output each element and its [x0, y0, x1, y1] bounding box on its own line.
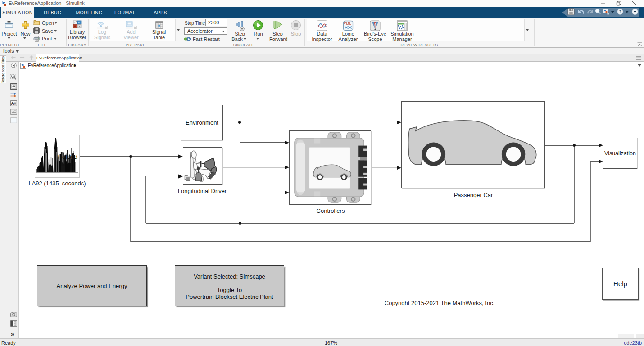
forward-icon[interactable] [20, 56, 25, 60]
dropdown-arrow-icon[interactable] [244, 38, 246, 40]
qat-redo-icon[interactable] [587, 8, 594, 15]
minimize-button[interactable] [597, 0, 610, 7]
dropdown-arrow-icon[interactable] [8, 37, 10, 39]
block-variant-toggle[interactable]: Variant Selected: Simscape Toggle To Pow… [175, 265, 284, 306]
document-tab[interactable]: EvReferenceApplication [36, 54, 79, 62]
breadcrumb-dropdown-icon[interactable] [638, 64, 642, 67]
prepare-gallery-expand-icon[interactable] [177, 29, 180, 31]
label-passenger-car[interactable]: Passenger Car [454, 192, 493, 198]
document-tab-bar: EvReferenceApplication [6, 54, 644, 62]
group-divider [534, 19, 535, 46]
tools-dropdown-icon[interactable] [16, 50, 19, 53]
svg-text:A: A [11, 101, 14, 106]
block-help[interactable]: Help [602, 268, 639, 300]
svg-text:?: ? [619, 9, 621, 14]
up-icon[interactable] [29, 55, 34, 60]
group-label-review: REVIEW RESULTS [304, 43, 534, 47]
image-icon[interactable] [10, 109, 17, 115]
dropdown-arrow-icon[interactable] [23, 37, 26, 39]
block-longitudinal-driver[interactable] [183, 147, 222, 185]
variant-badge-icon [185, 175, 190, 180]
label-longitudinal-driver[interactable]: Longitudinal Driver [178, 188, 227, 194]
dropdown-arrow-icon[interactable] [54, 30, 57, 32]
block-drive-cycle[interactable]: RefSpd [35, 135, 79, 177]
simulation-mode-select[interactable]: Accelerator [184, 27, 227, 35]
qat-search-icon[interactable] [594, 8, 602, 15]
label-drive-cycle[interactable]: LA92 (1435 seconds) [28, 180, 86, 187]
dropdown-arrow-icon[interactable] [54, 22, 57, 24]
route-signals-icon[interactable] [10, 92, 17, 98]
qat-customize-icon[interactable] [631, 8, 639, 15]
simulation-manager-icon [397, 20, 408, 31]
tab-simulation[interactable]: SIMULATION [1, 7, 34, 18]
library-browser-icon [73, 20, 82, 28]
ribbon: Project PROJECT New Open Save [0, 18, 644, 48]
review-gallery-expand-icon[interactable] [526, 29, 529, 31]
group-label-simulate: SIMULATE [183, 43, 304, 47]
window-title: EvReferenceApplication - Simulink [9, 0, 85, 6]
status-solver[interactable]: ode23tb [624, 340, 642, 346]
qat-help-icon[interactable]: ? [617, 8, 624, 15]
new-icon [21, 21, 30, 29]
annotation-icon[interactable]: A [10, 100, 17, 106]
gallery-divider [524, 19, 525, 41]
passenger-car-icon [402, 102, 544, 188]
status-ready: Ready [1, 340, 16, 346]
branch-dot [129, 155, 132, 158]
tab-apps[interactable]: APPS [142, 7, 178, 18]
tab-modeling[interactable]: MODELING [71, 7, 107, 18]
stop-time-input[interactable]: 2300 [205, 19, 227, 26]
qat-model-settings-icon[interactable] [603, 8, 610, 15]
block-environment[interactable]: Environment [181, 105, 223, 140]
zoom-region-icon[interactable] [10, 74, 17, 81]
stop-time-label: Stop Time [185, 21, 205, 26]
breadcrumb-bar: EvReferenceApplication [19, 62, 644, 69]
project-icon [5, 21, 14, 28]
tab-list-icon[interactable] [636, 56, 642, 60]
area-box-icon[interactable] [10, 117, 17, 123]
save-icon [33, 27, 40, 34]
qat-save-icon[interactable] [567, 8, 575, 15]
block-passenger-car[interactable] [401, 101, 545, 188]
hide-explorer-icon[interactable] [11, 63, 17, 68]
breadcrumb-item[interactable]: EvReferenceApplication [28, 63, 76, 68]
fit-to-view-icon[interactable] [10, 83, 17, 90]
label-controllers[interactable]: Controllers [317, 207, 345, 214]
model-canvas[interactable]: RefSpd LA92 (1435 seconds) Environment [19, 69, 644, 338]
step-forward-icon [272, 20, 284, 31]
simulink-app-icon [1, 0, 7, 6]
group-label-file: FILE [18, 43, 66, 47]
breadcrumb-arrow-icon[interactable] [74, 64, 77, 67]
block-controllers[interactable] [289, 130, 371, 205]
back-icon[interactable] [11, 56, 16, 60]
group-divider [88, 19, 89, 46]
dropdown-arrow-icon[interactable] [54, 38, 57, 40]
status-zoom: 167% [311, 340, 351, 346]
status-bar: Ready 167% ode23tb [0, 338, 644, 346]
open-icon [33, 19, 40, 25]
title-bar: EvReferenceApplication - Simulink [0, 0, 644, 7]
branch-dot [239, 222, 241, 225]
port-arrow-controllers-in3 [285, 191, 289, 195]
dropdown-arrow-icon[interactable] [256, 38, 259, 40]
driver-icon [183, 148, 222, 184]
restore-button[interactable] [612, 0, 626, 7]
tab-format[interactable]: FORMAT [107, 7, 142, 18]
model-browser-icon[interactable] [10, 320, 17, 327]
group-divider [183, 19, 183, 46]
print-icon [33, 36, 40, 42]
tools-menu[interactable]: Tools [2, 48, 14, 54]
referenced-files-tab[interactable]: Referenced Files [0, 55, 6, 83]
run-icon [253, 20, 263, 31]
screenshot-icon[interactable] [10, 312, 17, 317]
block-analyze-power[interactable]: Analyze Power and Energy [37, 265, 147, 306]
expand-palette-icon[interactable]: » [11, 331, 14, 337]
block-visualization[interactable]: Visualization [603, 138, 637, 169]
qat-undo-icon[interactable] [577, 8, 585, 15]
tab-debug[interactable]: DEBUG [34, 7, 71, 18]
dropdown-arrow-icon[interactable] [222, 31, 225, 32]
collapse-ribbon-icon[interactable] [637, 42, 642, 46]
close-button[interactable] [628, 0, 641, 7]
left-palette: A » [0, 54, 19, 338]
copyright-annotation: Copyright 2015-2021 The MathWorks, Inc. [385, 300, 494, 306]
